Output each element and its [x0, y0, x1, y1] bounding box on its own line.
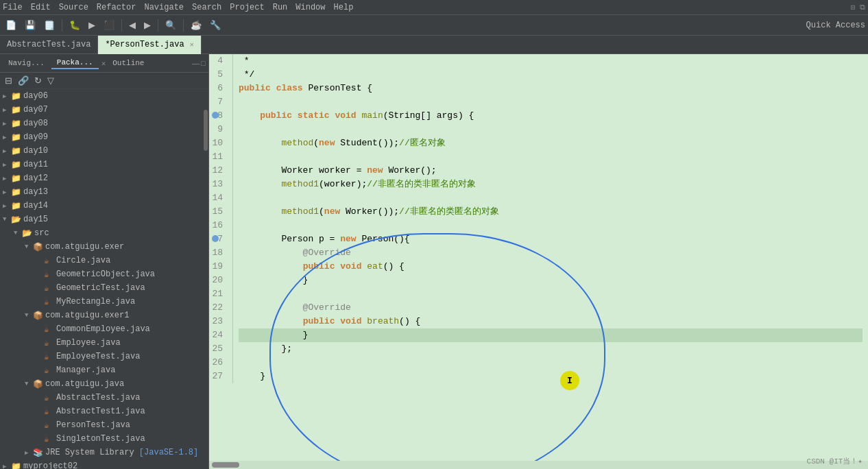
tree-item[interactable]: ▶📁myproject02: [0, 459, 208, 469]
tree-item[interactable]: ▼📦com.atguigu.java: [0, 377, 208, 391]
tree-item[interactable]: ▶📚JRE System Library [JavaSE-1.8]: [0, 446, 208, 459]
menu-window[interactable]: Window: [296, 3, 325, 12]
sidebar-link-editor[interactable]: 🔗: [16, 75, 31, 86]
tree-item[interactable]: ☕Circle.java: [0, 254, 208, 267]
code-token: [330, 109, 335, 123]
tree-item[interactable]: ▶📁day13: [0, 185, 208, 199]
toolbar-prev[interactable]: ◀: [126, 19, 138, 32]
code-line[interactable]: public void breath() {: [239, 315, 863, 328]
code-line[interactable]: [239, 95, 863, 109]
code-line[interactable]: [239, 356, 863, 370]
tree-item[interactable]: ▶📁day09: [0, 130, 208, 144]
menu-refactor[interactable]: Refactor: [97, 3, 136, 12]
code-line[interactable]: [239, 191, 863, 205]
tree-item[interactable]: ▶📁day08: [0, 117, 208, 130]
sidebar-view-menu[interactable]: ▽: [45, 75, 56, 86]
code-line[interactable]: method1(worker);//非匿名的类非匿名的对象: [239, 178, 863, 191]
code-line[interactable]: };: [239, 342, 863, 356]
sidebar-scrollbar[interactable]: [203, 89, 208, 469]
code-line[interactable]: [239, 287, 863, 301]
tree-item[interactable]: ▶📁day12: [0, 171, 208, 185]
sidebar-collapse-all[interactable]: ⊟: [3, 75, 14, 86]
tree-item[interactable]: ▼📂src: [0, 226, 208, 240]
code-line[interactable]: }: [239, 328, 863, 342]
code-line[interactable]: method(new Student());//匿名对象: [239, 136, 863, 150]
tree-item[interactable]: ☕AbstractTest1.java: [0, 405, 208, 418]
sidebar-scrollbar-thumb[interactable]: [204, 110, 208, 151]
code-line[interactable]: }: [239, 370, 863, 383]
code-line[interactable]: method1(new Worker());//非匿名的类匿名的对象: [239, 205, 863, 219]
sidebar-sync[interactable]: ↻: [32, 75, 44, 86]
tree-arrow: ▶: [3, 106, 11, 114]
tree-item[interactable]: ▶📁day06: [0, 89, 208, 103]
code-line[interactable]: @Override: [239, 246, 863, 260]
menu-source[interactable]: Source: [59, 3, 88, 12]
tree-item[interactable]: ☕AbstractTest.java: [0, 391, 208, 405]
tree-item[interactable]: ▼📂day15: [0, 213, 208, 226]
tree-item[interactable]: ☕CommonEmployee.java: [0, 322, 208, 336]
code-token: [271, 82, 276, 95]
code-line[interactable]: Worker worker = new Worker();: [239, 164, 863, 178]
toolbar-save-all[interactable]: 🗒️: [41, 19, 58, 32]
toolbar-debug[interactable]: 🐛: [67, 19, 83, 32]
tree-label: day13: [23, 187, 48, 197]
tree-item[interactable]: ☕EmployeeTest.java: [0, 350, 208, 363]
tree-item[interactable]: ▶📁day14: [0, 199, 208, 213]
code-line[interactable]: public static void main(String[] args) {: [239, 109, 863, 123]
tree-item[interactable]: ▶📁day07: [0, 103, 208, 117]
menu-help[interactable]: Help: [334, 3, 354, 12]
code-line[interactable]: [239, 219, 863, 232]
sidebar-tab-close[interactable]: ✕: [101, 59, 106, 68]
tree-item[interactable]: ☕GeometricTest.java: [0, 281, 208, 295]
toolbar-stop[interactable]: ⬛: [101, 19, 117, 32]
code-editor[interactable]: 4567891011121314151617181920212223242526…: [209, 54, 868, 461]
tree-item[interactable]: ▼📦com.atguigu.exer: [0, 240, 208, 254]
horizontal-scrollbar[interactable]: [209, 461, 868, 469]
menu-search[interactable]: Search: [192, 3, 221, 12]
code-line[interactable]: public void eat() {: [239, 260, 863, 274]
tree-item[interactable]: ☕SingletonTest.java: [0, 432, 208, 446]
toolbar-search[interactable]: 🔍: [162, 19, 179, 32]
code-line[interactable]: public class PersonTest {: [239, 82, 863, 95]
sidebar-minimize[interactable]: —: [192, 59, 200, 67]
toolbar-next[interactable]: ▶: [141, 19, 154, 32]
menu-navigate[interactable]: Navigate: [144, 3, 184, 12]
sidebar-tab-outline[interactable]: Outline: [107, 58, 149, 69]
tree-item[interactable]: ☕GeometricObject.java: [0, 267, 208, 281]
toolbar-save[interactable]: 💾: [22, 19, 38, 32]
code-line[interactable]: */: [239, 68, 863, 82]
toolbar-java-perspective[interactable]: ☕: [188, 19, 204, 32]
tab-persontest[interactable]: *PersonTest.java ✕: [98, 36, 201, 54]
code-line[interactable]: [239, 150, 863, 164]
tree-item[interactable]: ☕Manager.java: [0, 363, 208, 377]
watermark: CSDN @IT当！✦: [807, 456, 863, 466]
tree-item[interactable]: ▶📁day11: [0, 158, 208, 171]
toolbar-run[interactable]: ▶: [86, 19, 98, 32]
tree-icon: 📁: [11, 187, 23, 197]
horizontal-scrollbar-thumb[interactable]: [212, 462, 239, 468]
tree-item[interactable]: ☕PersonTest.java: [0, 418, 208, 432]
tree-item[interactable]: ☕Employee.java: [0, 336, 208, 350]
menu-file[interactable]: File: [3, 3, 23, 12]
menu-project[interactable]: Project: [230, 3, 264, 12]
tab-persontest-close[interactable]: ✕: [190, 40, 194, 49]
code-line[interactable]: *: [239, 54, 863, 68]
menu-edit[interactable]: Edit: [31, 3, 51, 12]
tree-item[interactable]: ▼📦com.atguigu.exer1: [0, 309, 208, 322]
sidebar-maximize[interactable]: □: [201, 59, 206, 67]
code-line[interactable]: Person p = new Person(){: [239, 232, 863, 246]
toolbar-new[interactable]: 📄: [3, 19, 19, 32]
tree-item[interactable]: ☕MyRectangle.java: [0, 295, 208, 309]
code-line[interactable]: @Override: [239, 301, 863, 315]
toolbar-debug-perspective[interactable]: 🔧: [207, 19, 224, 32]
tab-bar: AbstractTest.java *PersonTest.java ✕: [0, 36, 868, 54]
sidebar-tab-packa[interactable]: Packa...: [51, 57, 99, 69]
tab-abstracttest[interactable]: AbstractTest.java: [0, 36, 98, 54]
tree-item[interactable]: ▶📁day10: [0, 144, 208, 158]
code-line[interactable]: [239, 123, 863, 136]
menu-run[interactable]: Run: [273, 3, 288, 12]
sidebar-tab-navig[interactable]: Navig...: [3, 58, 50, 69]
editor-area: 4567891011121314151617181920212223242526…: [209, 54, 868, 469]
code-line[interactable]: }: [239, 274, 863, 287]
breakpoint-indicator: [212, 235, 219, 242]
